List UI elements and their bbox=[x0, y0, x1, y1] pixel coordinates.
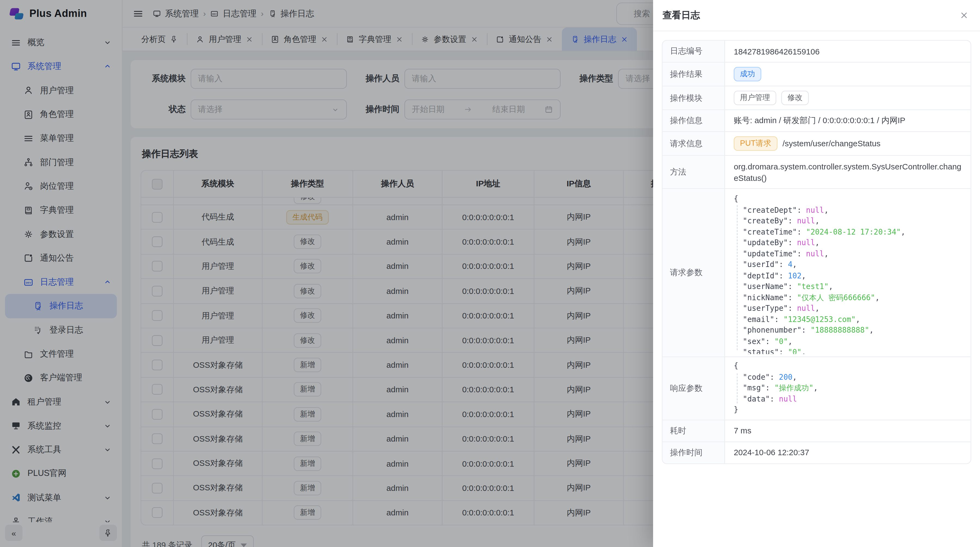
code-line: "email": "12345@1253.com", bbox=[733, 314, 962, 325]
code-line: "userId": 4, bbox=[733, 260, 962, 271]
detail-row-request-params: 请求参数 { "createDept": null, "createBy": n… bbox=[663, 189, 971, 357]
detail-row-module: 操作模块 用户管理 修改 bbox=[663, 86, 971, 110]
code-line: { bbox=[733, 361, 962, 372]
view-log-drawer: 查看日志 日志编号 1842781986426159106 操作结果 成功 操作… bbox=[653, 0, 980, 547]
code-line: "data": null bbox=[733, 394, 962, 405]
put-method-badge: PUT请求 bbox=[733, 137, 778, 151]
code-line: "userType": null, bbox=[733, 303, 962, 314]
detail-row-result: 操作结果 成功 bbox=[663, 63, 971, 86]
request-params-json: { "createDept": null, "createBy": null, … bbox=[733, 194, 962, 354]
action-badge: 修改 bbox=[781, 91, 809, 105]
drawer-title: 查看日志 bbox=[663, 9, 700, 21]
log-id-value: 1842781986426159106 bbox=[725, 41, 970, 62]
detail-row-cost: 耗时 7 ms bbox=[663, 420, 971, 442]
indent-guide bbox=[737, 373, 737, 403]
cost-value: 7 ms bbox=[725, 420, 970, 441]
code-line: "status": "0", bbox=[733, 347, 962, 354]
scrollbar bbox=[964, 194, 969, 344]
code-line: "userName": "test1", bbox=[733, 281, 962, 292]
code-line: "nickName": "仅本人 密码666666", bbox=[733, 292, 962, 303]
detail-row-method: 方法 org.dromara.system.controller.system.… bbox=[663, 156, 971, 189]
code-line: "updateTime": null, bbox=[733, 249, 962, 260]
code-line: "phonenumber": "18888888888", bbox=[733, 325, 962, 336]
code-line: } bbox=[733, 405, 962, 415]
module-badge: 用户管理 bbox=[733, 91, 776, 105]
response-params-json: { "code": 200, "msg": "操作成功", "data": nu… bbox=[733, 361, 962, 416]
code-line: "createDept": null, bbox=[733, 205, 962, 216]
detail-row-request: 请求信息 PUT请求 /system/user/changeStatus bbox=[663, 132, 971, 156]
detail-row-log-id: 日志编号 1842781986426159106 bbox=[663, 41, 971, 62]
detail-row-response-params: 响应参数 { "code": 200, "msg": "操作成功", "data… bbox=[663, 357, 971, 420]
detail-row-info: 操作信息 账号: admin / 研发部门 / 0:0:0:0:0:0:0:1 … bbox=[663, 110, 971, 132]
code-line: { bbox=[733, 194, 962, 205]
method-value: org.dromara.system.controller.system.Sys… bbox=[725, 156, 970, 188]
code-line: "createTime": "2024-08-12 17:20:34", bbox=[733, 226, 962, 238]
success-badge: 成功 bbox=[733, 67, 761, 81]
code-line: "code": 200, bbox=[733, 372, 962, 383]
operation-info-value: 账号: admin / 研发部门 / 0:0:0:0:0:0:0:1 / 内网I… bbox=[725, 110, 970, 131]
modal-overlay[interactable] bbox=[0, 0, 653, 547]
code-line: "createBy": null, bbox=[733, 216, 962, 226]
code-line: "deptId": 102, bbox=[733, 271, 962, 281]
code-line: "updateBy": null, bbox=[733, 238, 962, 249]
log-detail-table: 日志编号 1842781986426159106 操作结果 成功 操作模块 用户… bbox=[662, 40, 971, 464]
code-line: "msg": "操作成功", bbox=[733, 383, 962, 394]
indent-guide bbox=[737, 205, 737, 350]
close-icon[interactable] bbox=[959, 11, 969, 20]
detail-row-op-time: 操作时间 2024-10-06 12:20:37 bbox=[663, 442, 971, 463]
app-window: Plus Admin 概览系统管理用户管理角色管理菜单管理部门管理岗位管理字典管… bbox=[0, 0, 980, 547]
request-url: /system/user/changeStatus bbox=[783, 139, 880, 148]
operation-time-value: 2024-10-06 12:20:37 bbox=[725, 442, 970, 463]
code-line: "sex": "0", bbox=[733, 336, 962, 347]
